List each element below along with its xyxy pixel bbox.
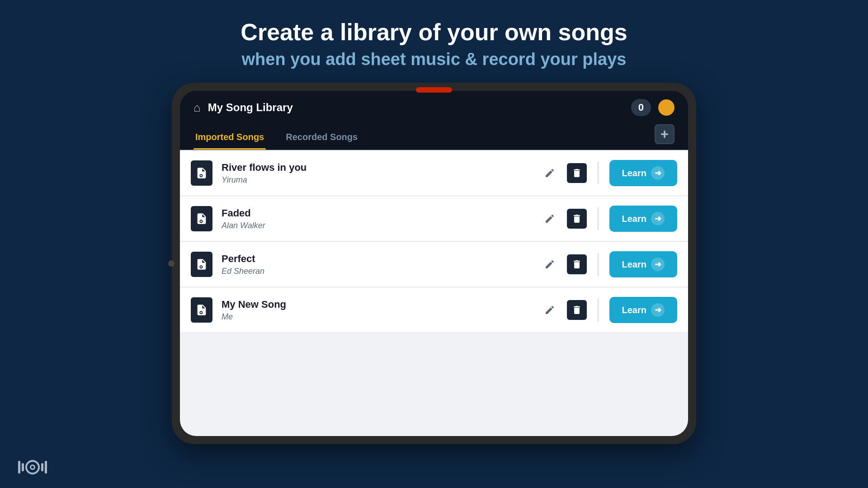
song-artist: Ed Sheeran xyxy=(222,267,531,276)
song-item: My New Song Me Learn ➜ xyxy=(180,288,688,333)
logo-bar xyxy=(22,463,24,471)
tabs-bar: Imported Songs Recorded Songs xyxy=(180,124,688,150)
edit-button[interactable] xyxy=(540,163,560,183)
song-title: River flows in you xyxy=(222,162,531,174)
learn-button[interactable]: Learn ➜ xyxy=(609,160,677,186)
delete-button[interactable] xyxy=(567,209,587,229)
song-file-icon xyxy=(191,160,212,186)
main-subtitle: when you add sheet music & record your p… xyxy=(241,50,627,69)
delete-button[interactable] xyxy=(567,254,587,274)
app-logo xyxy=(18,460,47,474)
home-icon[interactable]: ⌂ xyxy=(193,101,201,115)
song-item: River flows in you Yiruma Learn ➜ xyxy=(180,151,688,196)
logo-circle xyxy=(25,460,40,474)
logo-bars xyxy=(18,460,47,474)
logo-bar xyxy=(45,461,47,474)
song-info: Perfect Ed Sheeran xyxy=(222,253,531,276)
learn-button[interactable]: Learn ➜ xyxy=(609,297,677,323)
arrow-icon: ➜ xyxy=(651,258,665,271)
song-file-icon xyxy=(191,206,212,231)
song-actions: Learn ➜ xyxy=(540,206,677,232)
logo-bar xyxy=(41,463,43,471)
divider xyxy=(598,162,599,184)
page-header: Create a library of your own songs when … xyxy=(241,18,627,69)
phone-device: ⌂ My Song Library 0 Imported Songs Recor… xyxy=(172,83,696,444)
song-actions: Learn ➜ xyxy=(540,160,677,186)
tab-imported[interactable]: Imported Songs xyxy=(193,125,266,150)
logo-inner-circle xyxy=(30,465,35,470)
top-bar: ⌂ My Song Library 0 xyxy=(180,91,688,124)
song-info: Faded Alan Walker xyxy=(222,207,531,230)
edit-button[interactable] xyxy=(540,254,560,274)
song-artist: Me xyxy=(222,312,531,322)
song-title: My New Song xyxy=(222,299,531,310)
arrow-icon: ➜ xyxy=(651,166,665,180)
logo-bar xyxy=(18,461,20,474)
main-title: Create a library of your own songs xyxy=(241,18,627,46)
coin-count: 0 xyxy=(631,99,651,116)
learn-button[interactable]: Learn ➜ xyxy=(609,251,677,277)
song-title: Perfect xyxy=(222,253,531,265)
divider xyxy=(598,299,599,321)
phone-screen: ⌂ My Song Library 0 Imported Songs Recor… xyxy=(180,91,688,436)
tab-recorded[interactable]: Recorded Songs xyxy=(284,125,359,150)
song-actions: Learn ➜ xyxy=(540,251,677,277)
arrow-icon: ➜ xyxy=(651,212,665,225)
edit-button[interactable] xyxy=(540,209,560,229)
arrow-icon: ➜ xyxy=(651,303,665,317)
song-item: Perfect Ed Sheeran Learn ➜ xyxy=(180,242,688,287)
learn-button[interactable]: Learn ➜ xyxy=(609,206,677,232)
side-dot xyxy=(168,260,175,267)
song-list: River flows in you Yiruma Learn ➜ xyxy=(180,150,688,436)
delete-button[interactable] xyxy=(567,163,587,183)
delete-button[interactable] xyxy=(567,300,587,320)
song-info: River flows in you Yiruma xyxy=(222,162,531,185)
divider xyxy=(598,207,599,230)
song-info: My New Song Me xyxy=(222,299,531,322)
coin-icon xyxy=(658,99,675,116)
add-song-button[interactable] xyxy=(655,124,675,144)
divider xyxy=(598,253,599,276)
edit-button[interactable] xyxy=(540,300,560,320)
app-title: My Song Library xyxy=(208,101,624,114)
song-item: Faded Alan Walker Learn ➜ xyxy=(180,197,688,241)
song-actions: Learn ➜ xyxy=(540,297,677,323)
song-title: Faded xyxy=(222,207,531,219)
song-file-icon xyxy=(191,252,212,277)
svg-rect-1 xyxy=(661,134,669,136)
song-artist: Yiruma xyxy=(222,175,531,185)
song-file-icon xyxy=(191,297,212,323)
song-artist: Alan Walker xyxy=(222,221,531,230)
